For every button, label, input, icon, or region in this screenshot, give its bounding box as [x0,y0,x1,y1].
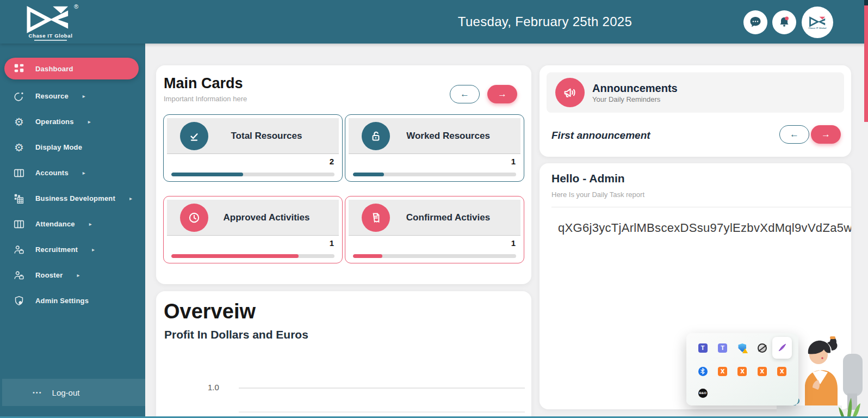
main-cards-title: Main Cards [164,75,243,92]
overview-panel: Overveiw Profit In Dollars and Euros 1.0 [156,291,531,418]
notifications-button[interactable] [772,10,796,34]
scrollbar-thumb[interactable] [864,5,868,122]
notification-bell-icon [777,15,791,29]
chart-ytick-label: 1.0 [208,383,219,392]
stat-progress-fill [353,254,382,258]
tray-ms-teams-2-icon[interactable]: T [714,339,732,357]
sidebar-item-accounts[interactable]: Accounts ▸ [0,160,145,186]
tray-xampp-icon[interactable]: X [733,362,752,380]
announcement-next-button[interactable]: → [811,125,841,144]
stat-card-value: 1 [511,238,516,248]
chevron-right-icon: ▸ [89,221,92,227]
logout-button[interactable]: ••• Log-out [2,379,145,406]
sidebar-item-admin-settings[interactable]: ! Admin Settings [0,288,145,314]
sidebar-item-rooster[interactable]: Rooster ▸ [0,262,145,288]
sidebar-item-label: Attendance [35,220,75,228]
stat-card-value: 2 [330,157,334,166]
sidebar-item-operations[interactable]: ⚙ Operations ▸ [0,109,145,134]
chevron-right-icon: ▸ [77,272,80,278]
chevron-right-icon: ▸ [92,247,95,253]
sidebar-item-label: Accounts [35,169,69,177]
chart-gridline [239,411,525,413]
chevron-right-icon: ▸ [83,170,85,176]
tray-windows-security-icon[interactable] [733,339,752,357]
hello-admin-title: Hello - Admin [551,172,625,185]
tray-ink-disabled-icon[interactable] [753,339,771,357]
tray-bang-olufsen-icon[interactable]: B&O [693,384,712,402]
stat-progress-fill [171,173,243,176]
arrow-right-icon: → [498,89,507,100]
resource-pie-icon [11,90,27,102]
announcement-current-item: First announcement [551,130,650,142]
logout-label: Log-out [52,388,80,397]
operations-gear-icon: ⚙ [11,116,27,127]
sidebar-item-business-development[interactable]: Business Development ▸ [0,186,145,211]
tray-bluetooth-icon[interactable] [693,362,712,380]
check-icon [180,122,208,150]
business-blocks-icon [11,193,27,205]
announcements-subtitle: Your Daily Reminders [592,95,678,103]
brand-logo: ® Chase IT Global [15,2,86,42]
chat-icon [748,15,762,29]
stat-card-confirmed-activies[interactable]: Confirmed Activies 1 [345,196,524,263]
rooster-person-icon [11,269,27,281]
attendance-columns-icon [11,218,27,230]
announcement-prev-button[interactable]: ← [779,125,809,144]
main-cards-next-button[interactable]: → [487,85,517,103]
stat-progress-track [353,173,516,176]
stat-card-worked-resources[interactable]: Worked Resources 1 [345,114,524,182]
chat-button[interactable] [743,10,767,34]
ellipsis-icon: ••• [33,389,42,396]
daily-task-token: qXG6j3ycTjArlMBscexDSsu97ylEzbvXdMql9vVd… [558,221,851,235]
sidebar-item-display-mode[interactable]: ⚙ Display Mode [0,134,145,160]
stat-card-title: Confirmed Activies [390,212,520,223]
overview-title: Overveiw [164,300,256,323]
dashboard-grid-icon [11,63,27,75]
accounts-columns-icon [11,167,27,179]
chevron-right-icon: ▸ [83,93,85,99]
stat-card-title: Total Resources [208,131,339,142]
announcements-panel: Announcements Your Daily Reminders First… [540,65,851,157]
tray-xampp-icon[interactable]: X [773,362,791,380]
stat-progress-track [171,254,334,258]
sidebar-item-resource[interactable]: Resource ▸ [0,83,145,109]
arrow-right-icon: → [821,129,830,140]
dashboard-app: ® Chase IT Global Tuesday, February 25th… [0,0,868,418]
sidebar-item-label: Operations [35,118,74,126]
sidebar-item-label: Recruitment [35,245,78,254]
profile-avatar-button[interactable]: Chase IT Global [802,7,833,38]
arrow-left-icon: ← [460,89,469,100]
stat-card-title: Approved Activities [208,212,339,223]
announcements-header: Announcements Your Daily Reminders [547,72,844,113]
stat-card-header: Worked Resources [349,118,520,154]
sidebar-item-recruitment[interactable]: Recruitment ▸ [0,237,145,262]
recruitment-person-icon [11,244,27,256]
display-gear-icon: ⚙ [11,142,27,153]
sidebar-item-label: Display Mode [35,143,82,151]
tray-ms-teams-icon[interactable]: T [693,339,712,357]
stat-card-title: Worked Resources [390,131,520,142]
registered-mark: ® [74,3,78,10]
main-cards-panel: Main Cards Important Information here ← … [156,65,531,284]
main-cards-prev-button[interactable]: ← [450,85,480,103]
main-cards-subtitle: Important Information here [164,95,247,103]
sidebar-item-dashboard[interactable]: Dashboard [4,58,139,79]
megaphone-icon [555,78,585,107]
brand-logo-icon [22,5,74,34]
brand-avatar-icon [808,16,827,28]
top-header: ® Chase IT Global Tuesday, February 25th… [0,0,868,44]
stat-progress-track [171,173,334,176]
receipt-icon [362,204,390,232]
avatar-caption: Chase IT Global [808,27,826,29]
sidebar-item-label: Dashboard [35,65,73,73]
brand-tagline [34,40,67,41]
tray-xampp-icon[interactable]: X [753,362,771,380]
unlock-icon [362,122,390,150]
stat-card-approved-activities[interactable]: Approved Activities 1 [163,196,343,263]
system-tray-popup: T T X X X X B&O [686,333,798,405]
stat-card-total-resources[interactable]: Total Resources 2 [163,114,343,182]
stat-card-header: Approved Activities [167,200,339,236]
sidebar-item-attendance[interactable]: Attendance ▸ [0,211,145,237]
tray-xampp-icon[interactable]: X [714,362,732,380]
tray-purple-feather-icon[interactable] [772,337,792,359]
